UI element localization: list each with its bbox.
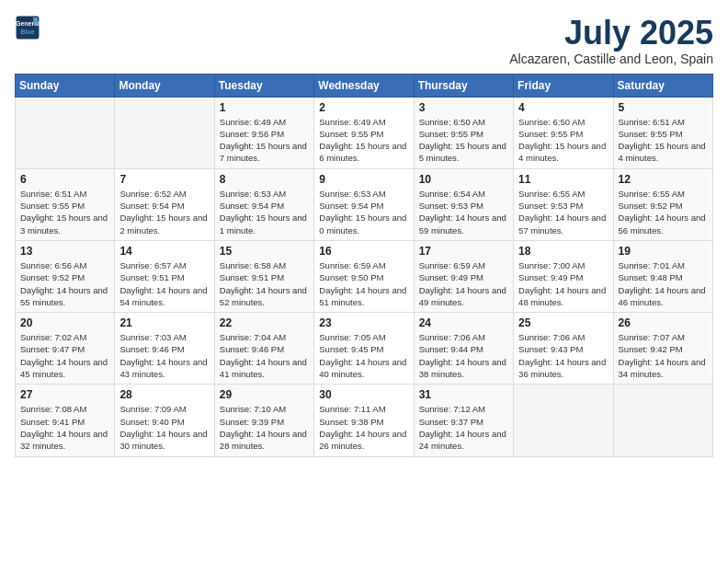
calendar-cell: 8Sunrise: 6:53 AMSunset: 9:54 PMDaylight… [214, 168, 313, 240]
calendar-cell: 20Sunrise: 7:02 AMSunset: 9:47 PMDayligh… [16, 313, 115, 385]
day-number: 18 [518, 245, 608, 258]
logo-icon: General Blue [15, 15, 40, 40]
calendar-cell: 16Sunrise: 6:59 AMSunset: 9:50 PMDayligh… [314, 240, 414, 312]
day-number: 3 [419, 101, 508, 114]
calendar-cell: 24Sunrise: 7:06 AMSunset: 9:44 PMDayligh… [414, 313, 513, 385]
day-info: Sunrise: 7:11 AMSunset: 9:38 PMDaylight:… [319, 403, 408, 452]
day-info: Sunrise: 7:12 AMSunset: 9:37 PMDaylight:… [419, 403, 508, 452]
day-number: 5 [619, 101, 708, 114]
calendar-cell [514, 385, 613, 456]
day-number: 10 [419, 173, 508, 186]
day-number: 29 [220, 388, 309, 401]
day-number: 8 [220, 173, 309, 186]
weekday-header: Saturday [613, 74, 712, 97]
calendar-cell: 10Sunrise: 6:54 AMSunset: 9:53 PMDayligh… [414, 168, 513, 240]
day-info: Sunrise: 6:55 AMSunset: 9:52 PMDaylight:… [619, 188, 708, 236]
day-number: 16 [319, 245, 408, 258]
calendar-cell: 17Sunrise: 6:59 AMSunset: 9:49 PMDayligh… [414, 240, 513, 312]
day-number: 25 [518, 316, 608, 329]
day-info: Sunrise: 6:55 AMSunset: 9:53 PMDaylight:… [518, 188, 608, 236]
month-title: July 2025 [509, 15, 713, 52]
day-info: Sunrise: 6:59 AMSunset: 9:50 PMDaylight:… [319, 259, 408, 308]
day-info: Sunrise: 7:08 AMSunset: 9:41 PMDaylight:… [20, 403, 109, 452]
day-info: Sunrise: 6:53 AMSunset: 9:54 PMDaylight:… [220, 188, 309, 236]
day-number: 17 [419, 245, 508, 258]
calendar-cell: 11Sunrise: 6:55 AMSunset: 9:53 PMDayligh… [514, 168, 613, 240]
calendar-cell: 30Sunrise: 7:11 AMSunset: 9:38 PMDayligh… [314, 385, 414, 456]
calendar-cell: 26Sunrise: 7:07 AMSunset: 9:42 PMDayligh… [613, 313, 712, 385]
calendar-week-row: 1Sunrise: 6:49 AMSunset: 9:56 PMDaylight… [16, 97, 713, 168]
calendar-cell: 12Sunrise: 6:55 AMSunset: 9:52 PMDayligh… [613, 168, 712, 240]
day-number: 28 [119, 388, 209, 401]
calendar-week-row: 6Sunrise: 6:51 AMSunset: 9:55 PMDaylight… [16, 168, 713, 240]
day-info: Sunrise: 6:51 AMSunset: 9:55 PMDaylight:… [20, 188, 109, 236]
day-info: Sunrise: 6:51 AMSunset: 9:55 PMDaylight:… [619, 116, 708, 165]
calendar-cell: 2Sunrise: 6:49 AMSunset: 9:55 PMDaylight… [314, 97, 414, 168]
calendar-cell: 31Sunrise: 7:12 AMSunset: 9:37 PMDayligh… [414, 385, 513, 456]
day-info: Sunrise: 6:59 AMSunset: 9:49 PMDaylight:… [419, 259, 508, 308]
location-subtitle: Alcazaren, Castille and Leon, Spain [509, 52, 713, 66]
calendar-cell: 18Sunrise: 7:00 AMSunset: 9:49 PMDayligh… [514, 240, 613, 312]
weekday-header: Tuesday [214, 74, 313, 97]
svg-text:Blue: Blue [20, 29, 34, 35]
calendar-cell: 29Sunrise: 7:10 AMSunset: 9:39 PMDayligh… [214, 385, 313, 456]
calendar-cell [16, 97, 115, 168]
calendar-cell: 15Sunrise: 6:58 AMSunset: 9:51 PMDayligh… [214, 240, 313, 312]
day-number: 20 [20, 316, 109, 329]
calendar-cell: 5Sunrise: 6:51 AMSunset: 9:55 PMDaylight… [613, 97, 712, 168]
calendar-cell: 1Sunrise: 6:49 AMSunset: 9:56 PMDaylight… [214, 97, 313, 168]
calendar-week-row: 27Sunrise: 7:08 AMSunset: 9:41 PMDayligh… [16, 385, 713, 456]
calendar-cell: 3Sunrise: 6:50 AMSunset: 9:55 PMDaylight… [414, 97, 513, 168]
calendar-cell: 14Sunrise: 6:57 AMSunset: 9:51 PMDayligh… [115, 240, 214, 312]
day-number: 11 [518, 173, 608, 186]
calendar-cell: 27Sunrise: 7:08 AMSunset: 9:41 PMDayligh… [16, 385, 115, 456]
day-number: 19 [619, 245, 708, 258]
day-info: Sunrise: 7:06 AMSunset: 9:43 PMDaylight:… [518, 331, 608, 380]
day-info: Sunrise: 6:49 AMSunset: 9:56 PMDaylight:… [220, 116, 309, 165]
day-number: 1 [220, 101, 309, 114]
day-info: Sunrise: 6:52 AMSunset: 9:54 PMDaylight:… [119, 188, 209, 236]
day-number: 22 [220, 316, 309, 329]
day-number: 2 [319, 101, 408, 114]
calendar-cell: 6Sunrise: 6:51 AMSunset: 9:55 PMDaylight… [16, 168, 115, 240]
calendar-table: SundayMondayTuesdayWednesdayThursdayFrid… [15, 74, 713, 457]
day-number: 30 [319, 388, 408, 401]
title-block: July 2025 Alcazaren, Castille and Leon, … [509, 15, 713, 66]
day-number: 24 [419, 316, 508, 329]
day-info: Sunrise: 6:54 AMSunset: 9:53 PMDaylight:… [419, 188, 508, 236]
day-info: Sunrise: 7:05 AMSunset: 9:45 PMDaylight:… [319, 331, 408, 380]
calendar-cell: 13Sunrise: 6:56 AMSunset: 9:52 PMDayligh… [16, 240, 115, 312]
day-info: Sunrise: 7:09 AMSunset: 9:40 PMDaylight:… [119, 403, 209, 452]
calendar-cell [115, 97, 214, 168]
day-info: Sunrise: 7:02 AMSunset: 9:47 PMDaylight:… [20, 331, 109, 380]
day-info: Sunrise: 6:49 AMSunset: 9:55 PMDaylight:… [319, 116, 408, 165]
day-number: 26 [619, 316, 708, 329]
calendar-cell: 9Sunrise: 6:53 AMSunset: 9:54 PMDaylight… [314, 168, 414, 240]
weekday-header: Friday [514, 74, 613, 97]
day-info: Sunrise: 7:07 AMSunset: 9:42 PMDaylight:… [619, 331, 708, 380]
day-info: Sunrise: 6:56 AMSunset: 9:52 PMDaylight:… [20, 259, 109, 308]
day-number: 7 [119, 173, 209, 186]
weekday-header: Wednesday [314, 74, 414, 97]
calendar-cell: 4Sunrise: 6:50 AMSunset: 9:55 PMDaylight… [514, 97, 613, 168]
day-info: Sunrise: 7:10 AMSunset: 9:39 PMDaylight:… [220, 403, 309, 452]
day-number: 13 [20, 245, 109, 258]
calendar-header-row: SundayMondayTuesdayWednesdayThursdayFrid… [16, 74, 713, 97]
calendar-cell: 19Sunrise: 7:01 AMSunset: 9:48 PMDayligh… [613, 240, 712, 312]
day-info: Sunrise: 6:50 AMSunset: 9:55 PMDaylight:… [518, 116, 608, 165]
calendar-cell: 7Sunrise: 6:52 AMSunset: 9:54 PMDaylight… [115, 168, 214, 240]
calendar-cell: 23Sunrise: 7:05 AMSunset: 9:45 PMDayligh… [314, 313, 414, 385]
day-number: 4 [518, 101, 608, 114]
day-number: 21 [119, 316, 209, 329]
day-number: 27 [20, 388, 109, 401]
day-number: 9 [319, 173, 408, 186]
calendar-week-row: 13Sunrise: 6:56 AMSunset: 9:52 PMDayligh… [16, 240, 713, 312]
day-number: 6 [20, 173, 109, 186]
day-info: Sunrise: 7:00 AMSunset: 9:49 PMDaylight:… [518, 259, 608, 308]
calendar-cell: 22Sunrise: 7:04 AMSunset: 9:46 PMDayligh… [214, 313, 313, 385]
calendar-cell [613, 385, 712, 456]
day-info: Sunrise: 7:04 AMSunset: 9:46 PMDaylight:… [220, 331, 309, 380]
day-info: Sunrise: 6:50 AMSunset: 9:55 PMDaylight:… [419, 116, 508, 165]
day-number: 14 [119, 245, 209, 258]
weekday-header: Thursday [414, 74, 513, 97]
